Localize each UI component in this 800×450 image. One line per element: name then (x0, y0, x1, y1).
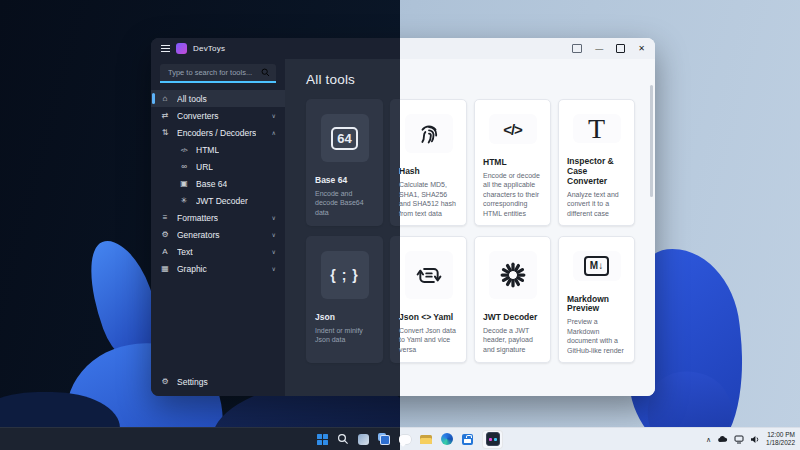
tool-description: Decode a JWT header, payload and signatu… (483, 326, 542, 354)
tool-description: Convert Json data to Yaml and vice versa (399, 326, 458, 354)
chevron-down-icon: ∨ (272, 214, 276, 221)
tool-title: Markdown Preview (567, 295, 626, 315)
tool-card-hash[interactable]: Hash Calculate MD5, SHA1, SHA256 and SHA… (390, 99, 467, 226)
tool-description: Encode and decode Base64 data (315, 189, 374, 217)
sidebar-item-all-tools[interactable]: ⌂ All tools (151, 90, 285, 107)
sidebar-nav: ⌂ All tools ⇄ Converters ∨ ⇅ Encoders / … (151, 90, 285, 373)
generators-icon: ⚙ (160, 230, 170, 239)
screenshot-stage: DevToys — ✕ (0, 0, 800, 450)
html-tag-icon: </> (179, 147, 189, 153)
tool-card-json[interactable]: { ; } Json Indent or minify Json data (306, 236, 383, 363)
starburst-icon (489, 251, 537, 299)
search-box[interactable] (160, 64, 276, 83)
sidebar-item-base64[interactable]: ▣ Base 64 (151, 175, 285, 192)
taskbar-clock[interactable]: 12:00 PM 1/18/2022 (766, 431, 795, 448)
graphic-icon: ▦ (160, 264, 170, 273)
encoders-icon: ⇅ (160, 128, 170, 137)
chevron-down-icon: ∨ (272, 231, 276, 238)
hamburger-menu-icon[interactable] (161, 45, 170, 52)
tool-card-json-yaml[interactable]: Json <> Yaml Convert Json data to Yaml a… (390, 236, 467, 363)
tool-title: Json <> Yaml (399, 313, 458, 323)
converters-icon: ⇄ (160, 111, 170, 120)
sidebar-item-graphic[interactable]: ▦ Graphic ∨ (151, 260, 285, 277)
edge-browser-icon[interactable] (441, 433, 453, 445)
start-button[interactable] (317, 434, 328, 445)
formatters-icon: ≡ (160, 213, 170, 222)
tool-card-markdown-preview[interactable]: M↓ Markdown Preview Preview a Markdown d… (558, 236, 635, 363)
fingerprint-icon (405, 114, 453, 153)
tool-title: JWT Decoder (483, 313, 542, 323)
close-button[interactable]: ✕ (638, 45, 645, 53)
letter-T-icon: T (573, 114, 621, 143)
sidebar-item-formatters[interactable]: ≡ Formatters ∨ (151, 209, 285, 226)
tool-title: Base 64 (315, 176, 374, 186)
sidebar-item-settings[interactable]: ⚙ Settings (151, 373, 285, 390)
text-icon: A (160, 247, 170, 256)
tool-card-jwt-decoder[interactable]: JWT Decoder Decode a JWT header, payload… (474, 236, 551, 363)
devtoys-app-icon (176, 43, 187, 54)
window-title: DevToys (193, 44, 225, 53)
tray-overflow-chevron-icon[interactable]: ∧ (706, 436, 711, 443)
chevron-down-icon: ∨ (272, 265, 276, 272)
pin-on-top-icon[interactable] (572, 44, 582, 53)
tool-card-html[interactable]: </> HTML Encode or decode all the applic… (474, 99, 551, 226)
sidebar-item-url[interactable]: ∞ URL (151, 158, 285, 175)
sidebar-item-text[interactable]: A Text ∨ (151, 243, 285, 260)
sidebar-item-encoders-decoders[interactable]: ⇅ Encoders / Decoders ∧ (151, 124, 285, 141)
tray-time: 12:00 PM (767, 431, 795, 438)
tool-card-base64[interactable]: 64 Base 64 Encode and decode Base64 data (306, 99, 383, 226)
tool-title: HTML (483, 158, 542, 168)
sidebar: ⌂ All tools ⇄ Converters ∨ ⇅ Encoders / … (151, 59, 285, 396)
tool-card-inspector-case-converter[interactable]: T Inspector & Case Converter Analyze tex… (558, 99, 635, 226)
tool-description: Encode or decode all the applicable char… (483, 171, 542, 218)
tool-title: Hash (399, 167, 458, 177)
system-tray: ∧ 12:00 PM 1/18/2022 (706, 428, 795, 450)
chevron-up-icon: ∧ (272, 129, 276, 136)
taskbar-search-icon[interactable] (337, 433, 349, 445)
microsoft-store-icon[interactable] (462, 434, 473, 445)
tool-title: Json (315, 313, 374, 323)
file-explorer-icon[interactable] (420, 434, 432, 444)
link-icon: ∞ (179, 162, 189, 171)
markdown-icon: M↓ (573, 251, 621, 281)
task-view-icon[interactable] (378, 433, 390, 445)
gear-icon: ⚙ (160, 377, 170, 386)
network-icon[interactable] (734, 435, 744, 444)
sidebar-item-generators[interactable]: ⚙ Generators ∨ (151, 226, 285, 243)
selection-indicator (152, 93, 155, 104)
search-icon (261, 68, 270, 77)
sidebar-item-html[interactable]: </> HTML (151, 141, 285, 158)
base64-icon: ▣ (179, 179, 189, 188)
tray-date: 1/18/2022 (766, 439, 795, 446)
convert-loop-icon (405, 251, 453, 299)
devtoys-taskbar-button[interactable] (482, 430, 503, 449)
volume-icon[interactable] (750, 435, 760, 444)
chat-icon[interactable] (399, 435, 411, 444)
sidebar-item-converters[interactable]: ⇄ Converters ∨ (151, 107, 285, 124)
json-braces-icon: { ; } (321, 251, 369, 299)
vertical-scrollbar[interactable] (650, 85, 653, 197)
tool-description: Indent or minify Json data (315, 326, 374, 345)
sidebar-item-jwt-decoder[interactable]: ✳ JWT Decoder (151, 192, 285, 209)
home-icon: ⌂ (160, 94, 170, 103)
tool-title: Inspector & Case Converter (567, 157, 626, 186)
onedrive-cloud-icon[interactable] (717, 435, 728, 443)
base64-icon: 64 (321, 114, 369, 162)
chevron-down-icon: ∨ (272, 248, 276, 255)
chevron-down-icon: ∨ (272, 112, 276, 119)
tool-description: Analyze text and convert it to a differe… (567, 190, 626, 218)
tool-description: Preview a Markdown document with a GitHu… (567, 317, 626, 355)
search-input[interactable] (166, 67, 261, 78)
jwt-icon: ✳ (179, 196, 189, 205)
tool-description: Calculate MD5, SHA1, SHA256 and SHA512 h… (399, 180, 458, 218)
maximize-button[interactable] (616, 44, 625, 53)
minimize-button[interactable]: — (595, 45, 603, 53)
widgets-icon[interactable] (358, 434, 369, 445)
code-tag-icon: </> (489, 114, 537, 144)
